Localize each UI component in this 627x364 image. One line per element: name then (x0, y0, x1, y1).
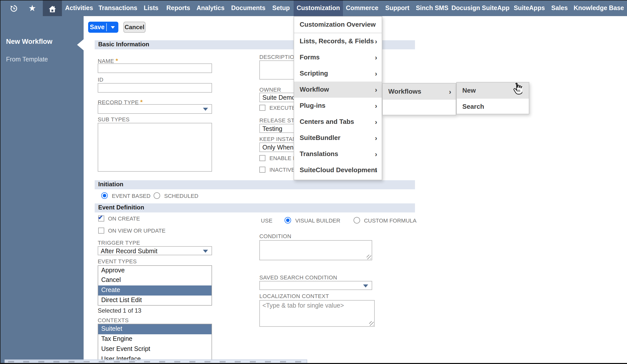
list-item-selected[interactable]: Create (98, 286, 212, 296)
event-types-label: EVENT TYPES (98, 258, 137, 264)
on-create-checkbox[interactable] (98, 215, 104, 222)
menu-item-search[interactable]: Search (457, 99, 529, 115)
event-based-label: EVENT BASED (112, 193, 151, 199)
nav-item-reports[interactable]: Reports (166, 1, 190, 16)
chevron-right-icon: › (375, 162, 377, 178)
menu-item-translations[interactable]: Translations› (294, 146, 382, 162)
nav-item-analytics[interactable]: Analytics (196, 1, 224, 16)
execute-checkbox[interactable] (259, 104, 265, 111)
select-arrow-icon (203, 250, 208, 253)
star-icon[interactable]: ★ (28, 1, 37, 16)
list-item[interactable]: Direct List Edit (98, 296, 212, 306)
execute-label: EXECUTE (269, 104, 296, 111)
nav-item-customization[interactable]: Customization (297, 1, 340, 16)
chevron-right-icon: › (375, 130, 377, 146)
event-types-listbox: Approve Cancel Create Direct List Edit (98, 265, 212, 306)
trigger-type-select[interactable]: After Record Submit (98, 246, 212, 255)
nav-item-sinch-sms[interactable]: Sinch SMS (416, 1, 448, 16)
on-view-or-update-checkbox[interactable] (98, 228, 104, 234)
id-label: ID (98, 76, 103, 82)
menu-item-suitecloud-development[interactable]: SuiteCloud Development› (294, 162, 382, 178)
nav-item-activities[interactable]: Activities (65, 1, 93, 16)
chevron-right-icon: › (375, 82, 377, 98)
custom-formula-label: CUSTOM FORMULA (364, 217, 416, 223)
record-type-select[interactable] (98, 104, 212, 114)
home-icon (48, 5, 57, 14)
localization-context-label: LOCALIZATION CONTEXT (259, 293, 329, 299)
condition-textarea[interactable] (259, 240, 372, 260)
localization-context-box[interactable]: <Type & tab for single value> (259, 300, 375, 326)
menu-item-suitebundler[interactable]: SuiteBundler› (294, 130, 382, 146)
mouse-cursor-hand-icon (512, 83, 522, 95)
event-based-radio[interactable] (101, 192, 108, 199)
menu-item-lists-records-fields[interactable]: Lists, Records, & Fields› (294, 33, 382, 49)
menu-item-centers-and-tabs[interactable]: Centers and Tabs› (294, 114, 382, 130)
resize-handle-icon[interactable] (367, 255, 371, 259)
chevron-right-icon: › (375, 98, 377, 114)
menu-item-scripting[interactable]: Scripting› (294, 65, 382, 82)
saved-search-condition-label: SAVED SEARCH CONDITION (259, 274, 337, 280)
event-based-radio-row: EVENT BASED (101, 192, 151, 199)
window-bottom-edge (1, 363, 627, 364)
menu-item-customization-overview[interactable]: Customization Overview (294, 17, 382, 33)
custom-formula-radio[interactable] (353, 217, 360, 224)
save-button[interactable]: Save (88, 22, 118, 33)
list-item[interactable]: Approve (98, 266, 212, 276)
list-item[interactable]: Tax Engine (98, 334, 212, 344)
menu-item-workflow[interactable]: Workflow› (294, 82, 382, 98)
save-dropdown-arrow[interactable] (107, 22, 118, 33)
scheduled-radio[interactable] (154, 192, 160, 199)
list-item-selected[interactable]: Suitelet (98, 324, 212, 334)
cancel-button[interactable]: Cancel (123, 22, 146, 33)
resize-handle-icon[interactable] (369, 321, 374, 325)
list-item[interactable]: User Event Script (98, 344, 212, 354)
description-label: DESCRIPTION (259, 54, 298, 60)
list-item[interactable]: Cancel (98, 276, 212, 286)
menu-item-workflows[interactable]: Workflows› (383, 83, 456, 99)
visual-builder-radio[interactable] (285, 217, 291, 224)
owner-label: OWNER (259, 86, 281, 92)
on-view-or-update-checkbox-row: ON VIEW OR UPDATE (98, 228, 165, 234)
nav-item-commerce[interactable]: Commerce (346, 1, 378, 16)
selected-count: Selected 1 of 13 (98, 307, 141, 314)
select-arrow-icon (203, 108, 208, 111)
home-tile[interactable] (43, 1, 62, 18)
name-input[interactable] (98, 63, 212, 73)
scrollbar-smudge (8, 361, 304, 362)
contexts-label: CONTEXTS (98, 317, 129, 323)
nav-item-docusign[interactable]: Docusign SuiteApp (451, 1, 510, 16)
select-arrow-icon (363, 284, 368, 287)
nav-item-support[interactable]: Support (385, 1, 409, 16)
save-button-label[interactable]: Save (88, 22, 106, 33)
nav-item-transactions[interactable]: Transactions (98, 1, 137, 16)
inactive-checkbox[interactable] (259, 166, 265, 172)
id-input[interactable] (98, 83, 212, 93)
nav-item-suiteapps[interactable]: SuiteApps (514, 1, 545, 16)
nav-item-sales[interactable]: Sales (551, 1, 568, 16)
on-create-checkbox-row: ON CREATE (98, 215, 140, 222)
enable-logging-checkbox[interactable] (259, 155, 265, 161)
condition-label: CONDITION (259, 233, 291, 239)
contexts-listbox: Suitelet Tax Engine User Event Script Us… (98, 324, 212, 364)
nav-item-knowledge-base[interactable]: Knowledge Base (574, 1, 624, 16)
sidebar-selected-notch (77, 39, 84, 50)
section-event-definition: Event Definition (95, 204, 415, 212)
menu-item-plug-ins[interactable]: Plug-ins› (294, 98, 382, 114)
nav-item-documents[interactable]: Documents (231, 1, 265, 16)
trigger-type-label: TRIGGER TYPE (98, 239, 140, 245)
sidebar-item-from-template[interactable]: From Template (6, 56, 48, 63)
chevron-down-icon (111, 26, 115, 28)
saved-search-condition-select[interactable] (259, 281, 372, 290)
scheduled-label: SCHEDULED (164, 193, 198, 199)
menu-item-forms[interactable]: Forms› (294, 49, 382, 65)
sub-types-listbox[interactable] (98, 123, 212, 172)
customization-menu: Customization Overview Lists, Records, &… (294, 16, 382, 180)
nav-item-lists[interactable]: Lists (144, 1, 158, 16)
visual-builder-label: VISUAL BUILDER (295, 217, 340, 223)
netsuite-window: ★ Activities Transactions Lists Reports … (0, 0, 627, 364)
chevron-right-icon: › (375, 33, 377, 49)
nav-item-setup[interactable]: Setup (272, 1, 290, 16)
section-initiation: Initiation (95, 180, 415, 189)
workflow-submenu: Workflows› (382, 83, 456, 115)
history-icon[interactable] (9, 1, 18, 16)
